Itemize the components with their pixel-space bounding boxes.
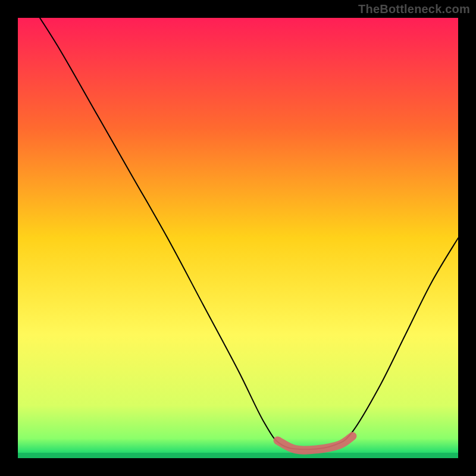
- plot-bottom-strip: [18, 453, 458, 458]
- bottleneck-chart: [0, 0, 476, 476]
- plot-background: [18, 18, 458, 458]
- watermark-text: TheBottleneck.com: [358, 2, 470, 16]
- chart-stage: TheBottleneck.com: [0, 0, 476, 476]
